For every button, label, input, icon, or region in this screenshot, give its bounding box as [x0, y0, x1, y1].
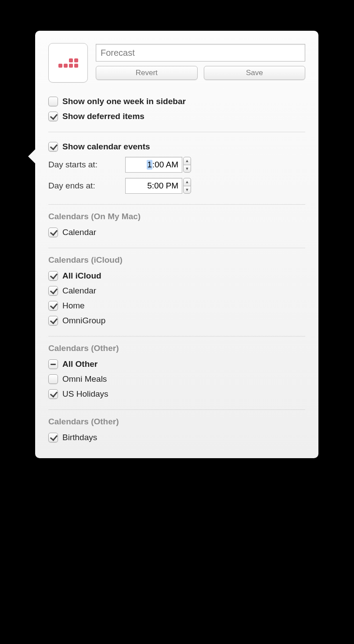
calendar-events-section: Show calendar events Day starts at: 1:00…	[48, 132, 305, 196]
forecast-glyph-icon	[58, 58, 78, 68]
show-calendar-events-label: Show calendar events	[62, 142, 150, 152]
calendar-item-row: Calendar	[48, 225, 305, 240]
calendar-item-label: All Other	[62, 359, 98, 369]
header: Revert Save	[48, 43, 305, 83]
deferred-label: Show deferred items	[62, 112, 144, 121]
calendar-item-row: OmniGroup	[48, 313, 305, 328]
calendar-item-checkbox[interactable]	[48, 374, 58, 384]
calendar-item-label: US Holidays	[62, 389, 108, 399]
calendar-item-row: All Other	[48, 357, 305, 372]
day-ends-step-up[interactable]: ▲	[183, 178, 191, 186]
day-ends-row: Day ends at: 5:00 PM ▲ ▼	[48, 175, 305, 196]
show-calendar-events-checkbox[interactable]	[48, 142, 58, 152]
day-starts-input[interactable]: 1:00 AM	[125, 157, 182, 173]
perspective-name-input[interactable]	[96, 44, 305, 62]
calendar-item-checkbox[interactable]	[48, 271, 58, 281]
calendar-item-checkbox[interactable]	[48, 301, 58, 311]
calendar-item-row: Omni Meals	[48, 372, 305, 387]
deferred-checkbox[interactable]	[48, 112, 58, 121]
calendar-group: Calendars (On My Mac)Calendar	[48, 204, 305, 240]
one-week-row: Show only one week in sidebar	[48, 94, 305, 109]
forecast-icon	[48, 43, 88, 83]
day-starts-row: Day starts at: 1:00 AM ▲ ▼	[48, 154, 305, 175]
calendar-item-label: Birthdays	[62, 433, 97, 442]
calendar-group-title: Calendars (On My Mac)	[48, 212, 305, 221]
forecast-settings-popover: Revert Save Show only one week in sideba…	[35, 31, 318, 458]
calendar-group-title: Calendars (iCloud)	[48, 255, 305, 265]
calendar-item-checkbox[interactable]	[48, 359, 58, 369]
day-starts-step-up[interactable]: ▲	[183, 157, 191, 165]
calendar-group: Calendars (Other)All OtherOmni MealsUS H…	[48, 336, 305, 402]
calendar-item-row: Calendar	[48, 283, 305, 298]
revert-button[interactable]: Revert	[96, 66, 198, 80]
calendar-item-row: All iCloud	[48, 268, 305, 283]
show-calendar-events-row: Show calendar events	[48, 139, 305, 154]
calendar-item-label: OmniGroup	[62, 316, 105, 326]
day-ends-stepper[interactable]: ▲ ▼	[183, 178, 191, 194]
one-week-label: Show only one week in sidebar	[62, 97, 186, 106]
calendar-group-title: Calendars (Other)	[48, 344, 305, 353]
calendar-item-checkbox[interactable]	[48, 433, 58, 442]
calendar-item-checkbox[interactable]	[48, 316, 58, 326]
save-button[interactable]: Save	[204, 66, 306, 80]
day-starts-stepper[interactable]: ▲ ▼	[183, 157, 191, 173]
calendar-item-row: Home	[48, 298, 305, 313]
calendar-group: Calendars (Other)Birthdays	[48, 409, 305, 445]
calendar-group: Calendars (iCloud)All iCloudCalendarHome…	[48, 248, 305, 328]
calendar-item-row: US Holidays	[48, 387, 305, 402]
day-starts-label: Day starts at:	[48, 160, 116, 170]
calendar-item-checkbox[interactable]	[48, 389, 58, 399]
deferred-row: Show deferred items	[48, 109, 305, 124]
calendar-item-row: Birthdays	[48, 430, 305, 445]
calendar-item-label: Calendar	[62, 286, 96, 296]
day-ends-input[interactable]: 5:00 PM	[125, 178, 182, 194]
calendar-item-label: Calendar	[62, 228, 96, 237]
day-ends-label: Day ends at:	[48, 181, 116, 191]
calendar-item-label: All iCloud	[62, 271, 101, 281]
calendar-item-checkbox[interactable]	[48, 286, 58, 296]
day-ends-step-down[interactable]: ▼	[183, 186, 191, 194]
calendar-item-label: Home	[62, 301, 85, 311]
calendar-group-title: Calendars (Other)	[48, 417, 305, 427]
calendar-item-checkbox[interactable]	[48, 228, 58, 237]
calendar-item-label: Omni Meals	[62, 374, 107, 384]
one-week-checkbox[interactable]	[48, 97, 58, 106]
display-options-section: Show only one week in sidebar Show defer…	[48, 94, 305, 124]
day-starts-step-down[interactable]: ▼	[183, 165, 191, 173]
